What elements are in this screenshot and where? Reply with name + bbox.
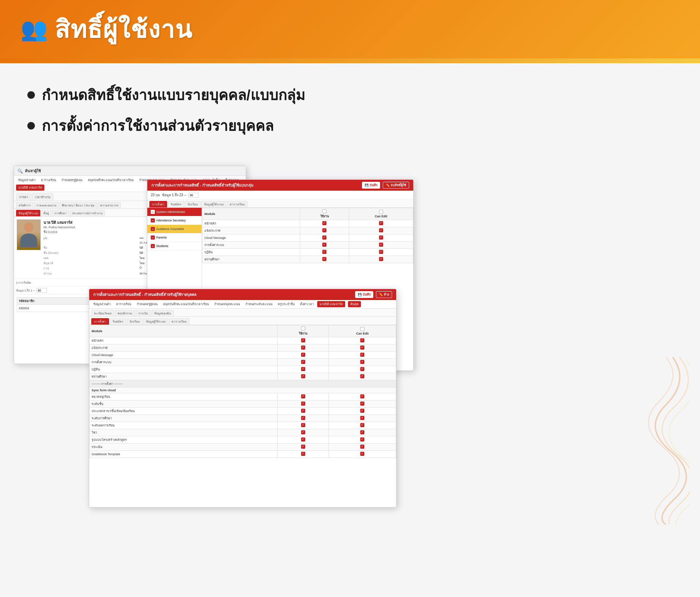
indiv-use-6[interactable]	[277, 373, 329, 380]
indiv-edit-3[interactable]	[329, 352, 396, 359]
indiv-nav-grade-level[interactable]: กำหนดระดับคะแนน	[243, 301, 274, 307]
indiv-nav-gradebook[interactable]: สมุดบันทึกคะแนน/บันทึกเวลาเรียน	[161, 301, 211, 307]
indiv-edit-9[interactable]	[329, 408, 396, 415]
tab-worktime[interactable]: เวลาทำงาน	[32, 193, 53, 201]
group-item-attsec[interactable]: − Attendance Secretary	[147, 216, 202, 225]
indiv-edit-15[interactable]	[329, 451, 396, 458]
subtab-ability[interactable]: ความสามารถ	[98, 202, 121, 208]
extratab-experience[interactable]: ประสบการณ์การทำงาน	[70, 210, 105, 216]
indiv-edit-12[interactable]	[329, 429, 396, 436]
indiv-subtab-userinfo[interactable]: ข้อมูลผู้ใช้ระบบ	[143, 318, 168, 325]
indiv-nav-profile[interactable]: ข้อมูลส่วนตัว	[91, 301, 113, 307]
indiv-edit-11[interactable]	[329, 422, 396, 429]
group-tabs[interactable]: การตั้งค่า รับสมัคร นักเรียน ข้อมูลผู้ใช…	[147, 200, 413, 208]
indiv-use-11[interactable]	[277, 422, 329, 429]
indiv-edit-8[interactable]	[329, 401, 396, 408]
indiv-save-button[interactable]: 💾 บันทึก	[355, 291, 373, 298]
indiv-edit-7[interactable]	[329, 393, 396, 401]
indiv-subtab-timetable[interactable]: ตารางเรียน	[169, 318, 189, 325]
indiv-use-7[interactable]	[277, 393, 329, 401]
nav-timetable[interactable]: ตารางเรียน	[39, 177, 58, 183]
edit-cb-header[interactable]	[351, 210, 411, 215]
group-clear-button[interactable]: ✏️ ลบสิทธิ์ผู้ใช้	[383, 182, 409, 189]
group-edit-6[interactable]	[349, 256, 413, 263]
group-item-sysadmin[interactable]: − System Administrator	[147, 208, 202, 216]
group-use-5[interactable]	[300, 249, 349, 256]
group-use-4[interactable]	[300, 242, 349, 249]
tab-carta[interactable]: การตา	[16, 193, 31, 201]
indiv-use-1[interactable]	[277, 337, 329, 344]
extratab-userinfo[interactable]: ข้อมูลผู้ใช้ระบบ	[16, 210, 40, 216]
indiv-edit-header-cb[interactable]	[360, 327, 364, 331]
subtab-study[interactable]: ศึกษาดน / ส้มนา / ประชุม	[59, 202, 97, 208]
indiv-edit-14[interactable]	[329, 444, 396, 451]
nav-profile[interactable]: ข้อมูลส่วนตัว	[16, 177, 38, 183]
group-use-2[interactable]	[300, 227, 349, 234]
indiv-use-10[interactable]	[277, 415, 329, 422]
indiv-perm-actions[interactable]: 💾 บันทึก ✏️ ล้าง	[355, 291, 392, 298]
indiv-use-14[interactable]	[277, 444, 329, 451]
indiv-nav-timetable[interactable]: ตารางเรียน	[114, 301, 133, 307]
group-tab-timetable[interactable]: ตารางเรียน	[227, 201, 247, 207]
indiv-edit-6[interactable]	[329, 373, 396, 380]
extratab-education[interactable]: การศึกษา	[52, 210, 69, 216]
indiv-edit-13[interactable]	[329, 436, 396, 444]
indiv-use-12[interactable]	[277, 429, 329, 436]
subtab-report[interactable]: รายงและผลงาน	[34, 202, 59, 208]
indiv-nav-teachers[interactable]: กำหนดครูผู้สอน	[135, 301, 160, 307]
group-item-students[interactable]: − Students	[147, 242, 202, 250]
group-tab-students[interactable]: นักเรียน	[185, 201, 201, 207]
indiv-top-tabs[interactable]: ทะเบียนวัตผล พฤกติกรรม การเงิน ข้อมูลของ…	[89, 309, 396, 317]
nav-gradebook[interactable]: สมุดบันทึกคะแนน/บันทึกเวลาเรียน	[86, 177, 136, 183]
group-use-3[interactable]	[300, 234, 349, 242]
group-use-6[interactable]	[300, 256, 349, 263]
subtab-welfare[interactable]: สวัสดิการ	[16, 202, 33, 208]
nav-user[interactable]: นายปิดิ แจมจาร์ส	[16, 185, 44, 191]
indiv-edit-10[interactable]	[329, 415, 396, 422]
group-page-input[interactable]	[188, 193, 199, 198]
indiv-clear-button[interactable]: ✏️ ล้าง	[376, 291, 392, 298]
indiv-use-header-cb[interactable]	[301, 326, 305, 330]
indiv-nav-grade-set[interactable]: กำหนดสมุดคะแนน	[212, 301, 242, 307]
group-tab-userinfo[interactable]: ข้อมูลผู้ใช้ระบบ	[201, 201, 226, 207]
group-tab-register[interactable]: รับสมัคร	[168, 201, 184, 207]
group-edit-2[interactable]	[349, 227, 413, 234]
indiv-use-4[interactable]	[277, 359, 329, 366]
indiv-nav-time[interactable]: ตั้งค่าเวลา	[298, 301, 316, 307]
indiv-navbar[interactable]: ข้อมูลส่วนตัว ตารางเรียน กำหนดครูผู้สอน …	[89, 300, 396, 309]
indiv-edit-4[interactable]	[329, 359, 396, 366]
group-edit-5[interactable]	[349, 249, 413, 256]
indiv-use-13[interactable]	[277, 436, 329, 444]
indiv-subtab-settings[interactable]: การตั้งค่า	[91, 318, 109, 325]
indiv-subtab-register[interactable]: รับสมัคร	[110, 318, 126, 325]
indiv-use-3[interactable]	[277, 352, 329, 359]
group-item-guidance[interactable]: − Guidance Counselor	[147, 225, 202, 233]
group-tab-settings[interactable]: การตั้งค่า	[149, 201, 167, 207]
indiv-edit-2[interactable]	[329, 344, 396, 352]
indiv-use-2[interactable]	[277, 344, 329, 352]
indiv-sub-tabs[interactable]: การตั้งค่า รับสมัคร นักเรียน ข้อมูลผู้ใช…	[89, 317, 396, 325]
indiv-subtab-students[interactable]: นักเรียน	[127, 318, 143, 325]
indiv-tab-transcript[interactable]: ทะเบียนวัตผล	[91, 310, 114, 316]
use-cb-header[interactable]	[302, 209, 347, 214]
indiv-use-15[interactable]	[277, 451, 329, 458]
indiv-nav-user[interactable]: นายปิดิ แจมจาร์ส	[317, 301, 346, 307]
nav-teachers[interactable]: กำหนดครูผู้สอน	[59, 177, 84, 183]
indiv-edit-5[interactable]	[329, 366, 396, 373]
pagination-input[interactable]	[37, 288, 47, 293]
group-edit-3[interactable]	[349, 234, 413, 242]
indiv-use-5[interactable]	[277, 366, 329, 373]
indiv-nav-active[interactable]: ค้นสุด	[348, 301, 361, 307]
indiv-edit-1[interactable]	[329, 337, 396, 344]
indiv-tab-behavior[interactable]: พฤกติกรรม	[115, 310, 135, 316]
group-edit-1[interactable]	[349, 220, 413, 227]
indiv-tab-myinfo[interactable]: ข้อมูลของฉัน	[151, 310, 174, 316]
indiv-nav-homeroom[interactable]: ครูประจำชั้น	[276, 301, 297, 307]
group-edit-4[interactable]	[349, 242, 413, 249]
group-perm-actions[interactable]: 💾 บันทึก ✏️ ลบสิทธิ์ผู้ใช้	[362, 182, 409, 189]
indiv-tab-finance[interactable]: การเงิน	[136, 310, 151, 316]
group-item-parents[interactable]: − Parents	[147, 233, 202, 242]
indiv-use-8[interactable]	[277, 401, 329, 408]
group-save-button[interactable]: 💾 บันทึก	[362, 182, 380, 189]
group-use-1[interactable]	[300, 220, 349, 227]
